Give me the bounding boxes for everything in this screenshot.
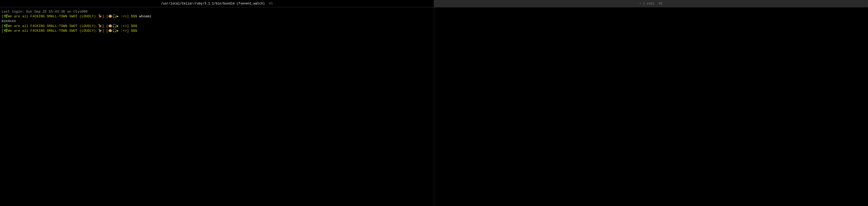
terminal-line: [🌿We are all F4CKING SMALL-TOWN SWOT (LO…	[2, 29, 432, 33]
terminal-line: [🌿We are all F4CKING SMALL-TOWN SWOT (LO…	[2, 14, 432, 19]
terminal-line: Last login: Sun Sep 25 15:43:36 on ttys0…	[2, 9, 432, 14]
tab-2[interactable]: ~ (-zsh) ⌘2	[434, 0, 868, 7]
tab-2-shortcut: ⌘2	[659, 2, 662, 5]
terminal-line: [🌿We are all F4CKING SMALL-TOWN SWOT (LO…	[2, 24, 432, 29]
tab-1-shortcut: ⌘1	[269, 2, 273, 5]
terminal-pane-1[interactable]: Last login: Sun Sep 25 15:43:36 on ttys0…	[0, 7, 434, 206]
terminal-pane-2[interactable]	[434, 7, 868, 206]
terminal-container: Last login: Sun Sep 25 15:43:36 on ttys0…	[0, 7, 868, 206]
tab-1-label: /usr/local/Cellar/ruby/3.1.1/bin/bundle …	[161, 2, 265, 5]
tab-bar: /usr/local/Cellar/ruby/3.1.1/bin/bundle …	[0, 0, 868, 7]
terminal-line: bin4xin	[2, 19, 432, 24]
tab-1[interactable]: /usr/local/Cellar/ruby/3.1.1/bin/bundle …	[0, 0, 434, 7]
tab-2-label: ~ (-zsh)	[639, 2, 654, 5]
